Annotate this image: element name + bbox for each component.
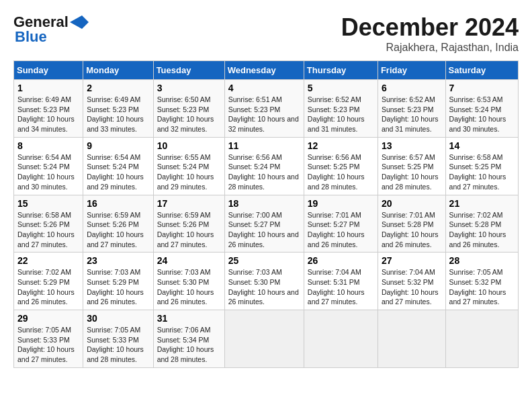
day-number: 14 [449,140,515,151]
calendar-cell: 7 Sunrise: 6:53 AM Sunset: 5:24 PM Dayli… [445,80,518,138]
calendar-week-row: 1 Sunrise: 6:49 AM Sunset: 5:23 PM Dayli… [14,80,519,138]
column-header-sunday: Sunday [14,61,83,80]
title-area: December 2024 Rajakhera, Rajasthan, Indi… [341,13,519,54]
calendar-cell: 29 Sunrise: 7:05 AM Sunset: 5:33 PM Dayl… [14,310,83,368]
day-number: 8 [17,140,79,151]
day-info: Sunrise: 7:03 AM Sunset: 5:30 PM Dayligh… [157,268,214,306]
day-info: Sunrise: 6:52 AM Sunset: 5:23 PM Dayligh… [308,95,365,133]
day-number: 28 [449,255,515,266]
subtitle: Rajakhera, Rajasthan, India [341,42,519,54]
header: General Blue December 2024 Rajakhera, Ra… [13,13,519,54]
calendar-cell: 31 Sunrise: 7:06 AM Sunset: 5:34 PM Dayl… [153,310,224,368]
day-number: 25 [228,255,300,266]
calendar-body: 1 Sunrise: 6:49 AM Sunset: 5:23 PM Dayli… [14,80,519,368]
column-header-monday: Monday [83,61,153,80]
day-number: 1 [17,83,79,93]
day-info: Sunrise: 6:56 AM Sunset: 5:25 PM Dayligh… [308,153,365,191]
day-info: Sunrise: 7:01 AM Sunset: 5:28 PM Dayligh… [382,211,439,248]
day-info: Sunrise: 7:02 AM Sunset: 5:29 PM Dayligh… [17,268,75,306]
calendar-cell: 9 Sunrise: 6:54 AM Sunset: 5:24 PM Dayli… [83,137,153,195]
day-info: Sunrise: 6:59 AM Sunset: 5:26 PM Dayligh… [157,211,214,248]
day-info: Sunrise: 7:05 AM Sunset: 5:33 PM Dayligh… [17,326,75,363]
calendar-header-row: SundayMondayTuesdayWednesdayThursdayFrid… [14,61,519,80]
calendar-cell: 18 Sunrise: 7:00 AM Sunset: 5:27 PM Dayl… [224,195,304,253]
calendar-week-row: 22 Sunrise: 7:02 AM Sunset: 5:29 PM Dayl… [14,253,519,310]
column-header-tuesday: Tuesday [153,61,224,80]
day-number: 7 [449,83,515,93]
calendar-cell: 30 Sunrise: 7:05 AM Sunset: 5:33 PM Dayl… [83,310,153,368]
day-info: Sunrise: 7:03 AM Sunset: 5:30 PM Dayligh… [228,268,299,306]
day-info: Sunrise: 6:55 AM Sunset: 5:24 PM Dayligh… [157,153,214,191]
day-number: 15 [17,198,79,209]
logo-arrow-icon [70,15,89,29]
day-number: 26 [308,255,374,266]
day-number: 2 [87,83,149,93]
day-info: Sunrise: 6:58 AM Sunset: 5:25 PM Dayligh… [449,153,506,191]
day-number: 21 [449,198,515,209]
calendar-cell: 3 Sunrise: 6:50 AM Sunset: 5:23 PM Dayli… [153,80,224,138]
calendar-cell: 14 Sunrise: 6:58 AM Sunset: 5:25 PM Dayl… [445,137,518,195]
day-number: 31 [157,313,221,324]
calendar-cell: 17 Sunrise: 6:59 AM Sunset: 5:26 PM Dayl… [153,195,224,253]
calendar-cell: 2 Sunrise: 6:49 AM Sunset: 5:23 PM Dayli… [83,80,153,138]
day-number: 22 [17,255,79,266]
day-number: 24 [157,255,221,266]
day-info: Sunrise: 6:59 AM Sunset: 5:26 PM Dayligh… [87,211,144,248]
calendar-cell: 26 Sunrise: 7:04 AM Sunset: 5:31 PM Dayl… [304,253,378,310]
calendar-week-row: 8 Sunrise: 6:54 AM Sunset: 5:24 PM Dayli… [14,137,519,195]
calendar-cell [304,310,378,368]
day-info: Sunrise: 7:04 AM Sunset: 5:31 PM Dayligh… [308,268,365,306]
day-number: 11 [228,140,300,151]
calendar-cell: 21 Sunrise: 7:02 AM Sunset: 5:28 PM Dayl… [445,195,518,253]
calendar-cell: 6 Sunrise: 6:52 AM Sunset: 5:23 PM Dayli… [378,80,445,138]
calendar-cell [445,310,518,368]
calendar-cell: 15 Sunrise: 6:58 AM Sunset: 5:26 PM Dayl… [14,195,83,253]
column-header-thursday: Thursday [304,61,378,80]
calendar-cell: 5 Sunrise: 6:52 AM Sunset: 5:23 PM Dayli… [304,80,378,138]
calendar-week-row: 29 Sunrise: 7:05 AM Sunset: 5:33 PM Dayl… [14,310,519,368]
day-info: Sunrise: 7:03 AM Sunset: 5:29 PM Dayligh… [87,268,144,306]
day-info: Sunrise: 6:56 AM Sunset: 5:24 PM Dayligh… [228,153,299,191]
calendar-week-row: 15 Sunrise: 6:58 AM Sunset: 5:26 PM Dayl… [14,195,519,253]
column-header-wednesday: Wednesday [224,61,304,80]
calendar-cell: 13 Sunrise: 6:57 AM Sunset: 5:25 PM Dayl… [378,137,445,195]
day-info: Sunrise: 6:49 AM Sunset: 5:23 PM Dayligh… [17,95,75,133]
day-number: 4 [228,83,300,93]
calendar-cell: 4 Sunrise: 6:51 AM Sunset: 5:23 PM Dayli… [224,80,304,138]
day-info: Sunrise: 7:04 AM Sunset: 5:32 PM Dayligh… [382,268,439,306]
column-header-friday: Friday [378,61,445,80]
column-header-saturday: Saturday [445,61,518,80]
day-number: 27 [382,255,442,266]
day-info: Sunrise: 6:57 AM Sunset: 5:25 PM Dayligh… [382,153,439,191]
logo: General Blue [13,13,89,46]
day-info: Sunrise: 7:05 AM Sunset: 5:33 PM Dayligh… [87,326,144,363]
calendar-cell: 28 Sunrise: 7:05 AM Sunset: 5:32 PM Dayl… [445,253,518,310]
day-number: 9 [87,140,149,151]
calendar-cell: 24 Sunrise: 7:03 AM Sunset: 5:30 PM Dayl… [153,253,224,310]
day-number: 19 [308,198,374,209]
day-info: Sunrise: 6:58 AM Sunset: 5:26 PM Dayligh… [17,211,75,248]
day-number: 20 [382,198,442,209]
day-info: Sunrise: 6:49 AM Sunset: 5:23 PM Dayligh… [87,95,144,133]
day-number: 29 [17,313,79,324]
calendar-cell [224,310,304,368]
day-number: 5 [308,83,374,93]
calendar-cell: 20 Sunrise: 7:01 AM Sunset: 5:28 PM Dayl… [378,195,445,253]
day-number: 17 [157,198,221,209]
day-info: Sunrise: 7:06 AM Sunset: 5:34 PM Dayligh… [157,326,214,363]
calendar-cell: 16 Sunrise: 6:59 AM Sunset: 5:26 PM Dayl… [83,195,153,253]
day-number: 23 [87,255,149,266]
calendar-cell: 19 Sunrise: 7:01 AM Sunset: 5:27 PM Dayl… [304,195,378,253]
calendar-cell: 11 Sunrise: 6:56 AM Sunset: 5:24 PM Dayl… [224,137,304,195]
day-info: Sunrise: 7:01 AM Sunset: 5:27 PM Dayligh… [308,211,365,248]
calendar-cell: 1 Sunrise: 6:49 AM Sunset: 5:23 PM Dayli… [14,80,83,138]
day-number: 3 [157,83,221,93]
day-number: 6 [382,83,442,93]
main-title: December 2024 [341,13,519,42]
calendar-table: SundayMondayTuesdayWednesdayThursdayFrid… [13,60,519,368]
calendar-cell: 23 Sunrise: 7:03 AM Sunset: 5:29 PM Dayl… [83,253,153,310]
day-number: 16 [87,198,149,209]
day-info: Sunrise: 6:51 AM Sunset: 5:23 PM Dayligh… [228,95,299,133]
day-info: Sunrise: 7:00 AM Sunset: 5:27 PM Dayligh… [228,211,299,248]
day-number: 10 [157,140,221,151]
